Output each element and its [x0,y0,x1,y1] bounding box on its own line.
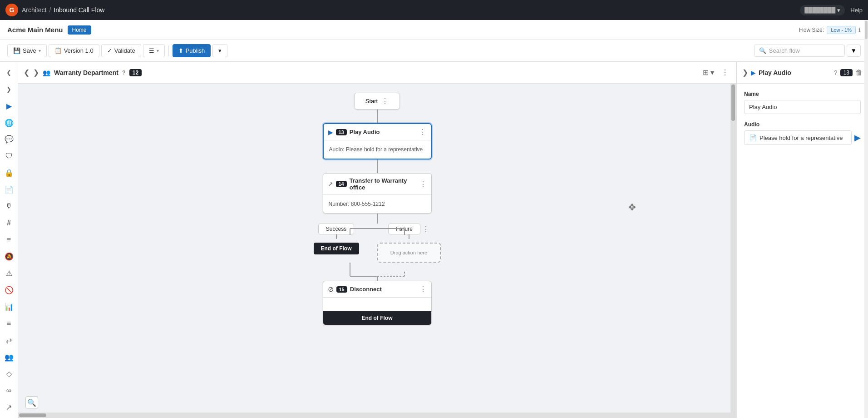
play-audio-node[interactable]: ▶ 13 Play Audio ⋮ Audio: Please hold for… [323,123,432,159]
connector-to-disconnect [377,276,378,281]
audio-input-row: 📄 Please hold for a representative ▶ [744,130,861,145]
canvas[interactable]: Start ⋮ ▶ 13 Play Audio ⋮ Audio: [18,84,736,418]
sidebar-item-doc[interactable]: 📄 [2,183,16,197]
right-panel-scrollbar[interactable] [864,20,868,418]
right-panel-title: Play Audio [759,69,831,76]
sidebar-item-diamond[interactable]: ◇ [2,367,16,381]
sidebar-item-split[interactable]: ⇄ [2,333,16,348]
help-icon[interactable]: ? [122,69,126,76]
connector-start-play [377,109,378,123]
play-audio-text: Audio: Please hold for a representative [329,146,423,153]
right-panel-help-icon[interactable]: ? [834,69,838,76]
disconnect-more-button[interactable]: ⋮ [419,285,427,294]
sidebar-item-external[interactable]: ↗ [2,400,16,414]
sidebar-item-hash[interactable]: # [2,216,16,230]
sidebar-item-bell[interactable]: 🔕 [2,249,16,264]
disconnect-eof: End of Flow [323,311,431,325]
save-icon: 💾 [13,47,20,54]
drag-action-placeholder[interactable]: Drag action here [377,243,441,263]
right-panel-header: ❯ ▶ Play Audio ? 13 🗑 [737,62,868,84]
play-audio-header: ▶ 13 Play Audio ⋮ [324,124,431,140]
sidebar-collapse-icon[interactable]: ❮ [2,65,16,80]
sidebar-item-globe[interactable]: 🌐 [2,116,16,130]
horizontal-scrollbar[interactable] [18,413,736,418]
list-view-button[interactable]: ☰ ▾ [143,44,165,57]
version-icon: 📋 [54,47,62,54]
zoom-in-button[interactable]: 🔍 [25,396,38,409]
audio-play-button[interactable]: ▶ [854,133,861,143]
publish-icon: ⬆ [178,47,183,54]
panel-collapse-button[interactable]: ❮ [24,68,30,77]
audio-input-field[interactable]: 📄 Please hold for a representative [744,130,852,145]
search-flow-input[interactable]: 🔍 Search flow [754,45,845,57]
breadcrumb-root[interactable]: Architect [22,6,46,14]
panel-expand-button[interactable]: ❯ [33,68,39,77]
flow-size-info-icon[interactable]: ℹ [858,27,861,33]
play-audio-more-button[interactable]: ⋮ [419,128,426,136]
disconnect-body [323,298,431,311]
sidebar-item-chart[interactable]: 📊 [2,300,16,314]
flow-size-label: Flow Size: [799,27,824,33]
sidebar-item-group[interactable]: 👥 [2,350,16,364]
validate-button[interactable]: ✓ Validate [101,44,141,57]
right-panel-badge: 13 [840,69,853,76]
start-more-button[interactable]: ⋮ [381,97,389,105]
disconnect-title: Disconnect [350,286,417,293]
sidebar-item-infinity[interactable]: ∞ [2,383,16,398]
right-panel-back-button[interactable]: ❯ [742,68,748,77]
branch-horizontal-line [323,223,432,224]
top-navigation: G Architect / Inbound Call Flow ████████… [0,0,868,20]
sidebar-item-alert[interactable]: ⚠ [2,266,16,280]
publish-label: Publish [186,47,205,54]
vertical-scrollbar[interactable] [730,84,736,413]
breadcrumb-current: Inbound Call Flow [54,6,104,14]
audio-field-icon: 📄 [749,134,757,141]
name-field-group: Name [744,91,861,114]
connector-area [323,263,432,281]
user-chevron-icon: ▾ [837,7,840,14]
nav-left: G Architect / Inbound Call Flow [5,4,104,16]
transfer-body: Number: 800-555-1212 [323,195,431,213]
validate-icon: ✓ [107,47,112,54]
layout-button[interactable]: ⊞ ▾ [701,66,716,79]
sidebar-item-menu[interactable]: ≡ [2,317,16,331]
transfer-node[interactable]: ↗ 14 Transfer to Warranty office ⋮ Numbe… [323,173,432,214]
publish-button[interactable]: ⬆ Publish [173,44,211,57]
sidebar-item-lock[interactable]: 🔒 [2,166,16,180]
start-node[interactable]: Start ⋮ [354,93,400,109]
flow-size-indicator: Flow Size: Low - 1% ℹ [799,26,861,34]
success-branch-label: Success [318,224,354,234]
right-panel-scroll-thumb[interactable] [865,21,868,39]
sidebar-item-messages[interactable]: 💬 [2,132,16,146]
second-navigation: Acme Main Menu Home Flow Size: Low - 1% … [0,20,868,40]
disconnect-node[interactable]: ⊘ 15 Disconnect ⋮ End of Flow [323,281,432,325]
help-button[interactable]: Help [850,7,863,14]
toolbar-divider [168,45,169,56]
vertical-scroll-thumb[interactable] [731,85,735,121]
department-icon: 👥 [43,69,50,76]
sidebar-item-play[interactable]: ▶ [2,99,16,113]
sidebar-item-mic[interactable]: 🎙 [2,199,16,214]
home-tab[interactable]: Home [68,25,91,35]
publish-more-button[interactable]: ▾ [212,44,227,57]
search-icon: 🔍 [759,47,766,54]
sidebar-item-shield[interactable]: 🛡 [2,149,16,163]
sidebar-item-note[interactable]: ≡ [2,233,16,247]
success-eof-button[interactable]: End of Flow [314,243,359,254]
sidebar-expand-icon[interactable]: ❯ [2,82,16,96]
right-panel-delete-button[interactable]: 🗑 [855,69,863,77]
name-field-input[interactable] [744,100,861,114]
publish-more-icon: ▾ [218,47,222,54]
version-button[interactable]: 📋 Version 1.0 [49,44,99,57]
failure-more-button[interactable]: ⋮ [422,225,429,234]
save-button[interactable]: 💾 Save ▾ [7,44,47,57]
name-field-label: Name [744,91,861,97]
main-layout: ❮ ❯ ▶ 🌐 💬 🛡 🔒 📄 🎙 # ≡ 🔕 ⚠ 🚫 📊 ≡ ⇄ 👥 ◇ ∞ … [0,62,868,418]
user-menu[interactable]: ████████ ▾ [800,5,845,15]
horizontal-scroll-thumb[interactable] [19,413,46,417]
more-options-button[interactable]: ⋮ [720,66,730,79]
sidebar-item-block[interactable]: 🚫 [2,283,16,297]
branches-row: Success End of Flow Failure ⋮ Drag actio [314,224,441,263]
transfer-more-button[interactable]: ⋮ [419,180,427,189]
filter-button[interactable]: ▼ [847,45,861,57]
